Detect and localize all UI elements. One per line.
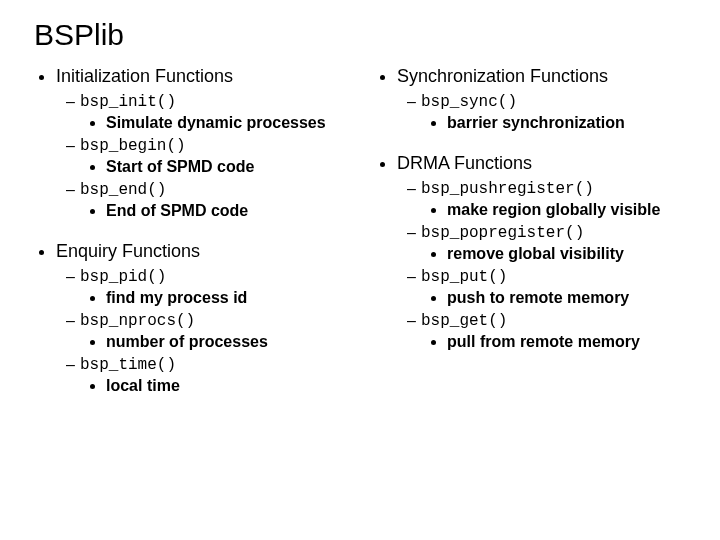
fn-name: bsp_pushregister(): [421, 180, 594, 198]
fn-desc: number of processes: [106, 332, 345, 352]
heading-text: Initialization Functions: [56, 66, 233, 86]
section-heading: Synchronization Functions bsp_sync() bar…: [397, 66, 686, 133]
fn-name: bsp_popregister(): [421, 224, 584, 242]
fn-name: bsp_nprocs(): [80, 312, 195, 330]
fn-name: bsp_sync(): [421, 93, 517, 111]
heading-text: DRMA Functions: [397, 153, 532, 173]
fn-desc: find my process id: [106, 288, 345, 308]
fn-desc-list: pull from remote memory: [421, 332, 686, 352]
fn-name: bsp_init(): [80, 93, 176, 111]
fn-name: bsp_put(): [421, 268, 507, 286]
fn-list: bsp_pushregister() make region globally …: [397, 180, 686, 352]
fn-desc-list: local time: [80, 376, 345, 396]
fn-desc-list: find my process id: [80, 288, 345, 308]
fn-desc: local time: [106, 376, 345, 396]
fn-desc-list: number of processes: [80, 332, 345, 352]
fn-desc-list: remove global visibility: [421, 244, 686, 264]
fn-item: bsp_put() push to remote memory: [407, 268, 686, 308]
fn-desc-list: End of SPMD code: [80, 201, 345, 221]
fn-item: bsp_popregister() remove global visibili…: [407, 224, 686, 264]
fn-item: bsp_nprocs() number of processes: [66, 312, 345, 352]
fn-desc: remove global visibility: [447, 244, 686, 264]
fn-list: bsp_pid() find my process id bsp_nprocs(…: [56, 268, 345, 396]
fn-desc: End of SPMD code: [106, 201, 345, 221]
page-title: BSPlib: [34, 18, 686, 52]
section-heading: Initialization Functions bsp_init() Simu…: [56, 66, 345, 221]
fn-name: bsp_end(): [80, 181, 166, 199]
slide: BSPlib Initialization Functions bsp_init…: [0, 0, 720, 540]
fn-desc: push to remote memory: [447, 288, 686, 308]
fn-list: bsp_init() Simulate dynamic processes bs…: [56, 93, 345, 221]
section-heading: DRMA Functions bsp_pushregister() make r…: [397, 153, 686, 352]
fn-desc-list: Simulate dynamic processes: [80, 113, 345, 133]
fn-item: bsp_pid() find my process id: [66, 268, 345, 308]
fn-desc-list: barrier synchronization: [421, 113, 686, 133]
fn-desc: Start of SPMD code: [106, 157, 345, 177]
fn-name: bsp_begin(): [80, 137, 186, 155]
fn-name: bsp_get(): [421, 312, 507, 330]
section-heading: Enquiry Functions bsp_pid() find my proc…: [56, 241, 345, 396]
section-init: Initialization Functions bsp_init() Simu…: [34, 66, 345, 221]
fn-item: bsp_pushregister() make region globally …: [407, 180, 686, 220]
heading-text: Enquiry Functions: [56, 241, 200, 261]
fn-desc-list: Start of SPMD code: [80, 157, 345, 177]
fn-list: bsp_sync() barrier synchronization: [397, 93, 686, 133]
fn-name: bsp_pid(): [80, 268, 166, 286]
fn-desc-list: make region globally visible: [421, 200, 686, 220]
fn-desc: pull from remote memory: [447, 332, 686, 352]
section-enquiry: Enquiry Functions bsp_pid() find my proc…: [34, 241, 345, 396]
fn-item: bsp_init() Simulate dynamic processes: [66, 93, 345, 133]
fn-item: bsp_begin() Start of SPMD code: [66, 137, 345, 177]
fn-desc: make region globally visible: [447, 200, 686, 220]
fn-desc: Simulate dynamic processes: [106, 113, 345, 133]
heading-text: Synchronization Functions: [397, 66, 608, 86]
fn-item: bsp_get() pull from remote memory: [407, 312, 686, 352]
fn-item: bsp_time() local time: [66, 356, 345, 396]
left-column: Initialization Functions bsp_init() Simu…: [34, 66, 345, 416]
fn-item: bsp_end() End of SPMD code: [66, 181, 345, 221]
fn-desc: barrier synchronization: [447, 113, 686, 133]
section-sync: Synchronization Functions bsp_sync() bar…: [375, 66, 686, 133]
fn-item: bsp_sync() barrier synchronization: [407, 93, 686, 133]
fn-name: bsp_time(): [80, 356, 176, 374]
section-drma: DRMA Functions bsp_pushregister() make r…: [375, 153, 686, 352]
columns: Initialization Functions bsp_init() Simu…: [34, 66, 686, 416]
right-column: Synchronization Functions bsp_sync() bar…: [375, 66, 686, 416]
fn-desc-list: push to remote memory: [421, 288, 686, 308]
